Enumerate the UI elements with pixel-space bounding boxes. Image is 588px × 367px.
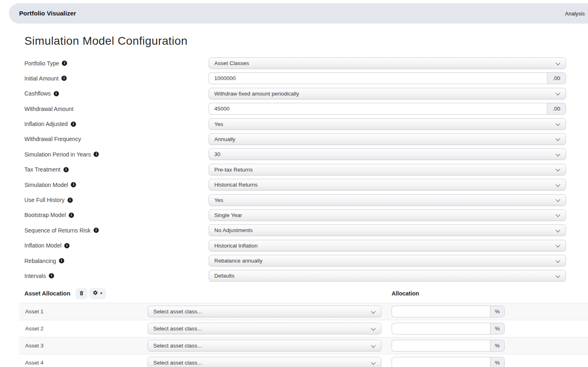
label-text: Intervals bbox=[24, 273, 46, 279]
asset-label: Asset 3 bbox=[19, 343, 148, 349]
sequence-of-returns-risk-select[interactable]: No Adjustments bbox=[209, 224, 566, 236]
field-label: Use Full History i bbox=[24, 197, 209, 203]
select-value: Pre-tax Returns bbox=[214, 167, 253, 173]
asset-label: Asset 4 bbox=[19, 360, 148, 366]
inflation-model-select[interactable]: Historical Inflation bbox=[209, 240, 566, 252]
asset-class-select-4[interactable]: Select asset class... bbox=[148, 357, 381, 367]
rebalancing-select[interactable]: Rebalance annually bbox=[209, 255, 566, 267]
form-row-initial-amount: Initial Amount i .00 bbox=[24, 72, 566, 84]
info-icon[interactable]: i bbox=[59, 258, 64, 263]
select-value: Historical Returns bbox=[214, 182, 258, 188]
info-icon[interactable]: i bbox=[64, 243, 70, 248]
field-label: Inflation Model i bbox=[24, 242, 209, 249]
select-value: Rebalance annually bbox=[214, 258, 263, 264]
allocation-column-header: Allocation bbox=[392, 290, 419, 297]
chevron-down-icon bbox=[555, 91, 560, 96]
navbar: Portfolio Visualizer Analysis bbox=[9, 3, 588, 24]
allocation-input-4[interactable] bbox=[392, 357, 490, 367]
asset-label: Asset 1 bbox=[19, 308, 148, 315]
chevron-down-icon bbox=[555, 152, 560, 157]
field-label: Bootstrap Model i bbox=[24, 212, 209, 218]
asset-class-select-3[interactable]: Select asset class... bbox=[148, 340, 381, 352]
percent-suffix: % bbox=[490, 306, 505, 317]
info-icon[interactable]: i bbox=[94, 152, 99, 157]
decimal-suffix: .00 bbox=[547, 72, 566, 84]
form-row-withdrawal-frequency: Withdrawal Frequency Annually bbox=[24, 133, 566, 145]
main-content: Simulation Model Configuration Portfolio… bbox=[0, 24, 588, 367]
withdrawal-amount-input[interactable] bbox=[209, 103, 547, 115]
chevron-down-icon bbox=[555, 61, 560, 66]
chevron-down-icon bbox=[371, 309, 376, 314]
info-icon[interactable]: i bbox=[62, 61, 67, 66]
chevron-down-icon bbox=[371, 326, 376, 331]
intervals-select[interactable]: Defaults bbox=[209, 270, 566, 282]
form-row-sequence-of-returns-risk: Sequence of Returns Risk i No Adjustment… bbox=[24, 224, 566, 236]
label-text: Rebalancing bbox=[24, 258, 56, 264]
info-icon[interactable]: i bbox=[69, 213, 74, 218]
inflation-adjusted-select[interactable]: Yes bbox=[209, 118, 566, 130]
form-row-rebalancing: Rebalancing i Rebalance annually bbox=[24, 255, 566, 267]
asset-class-select-1[interactable]: Select asset class... bbox=[148, 306, 381, 317]
select-placeholder: Select asset class... bbox=[153, 343, 202, 349]
clear-assets-button[interactable] bbox=[76, 288, 87, 299]
cashflows-select[interactable]: Withdraw fixed amount periodically bbox=[209, 88, 566, 100]
asset-allocation-table: Asset 1 Select asset class... % Asset 2 … bbox=[19, 303, 588, 367]
brand-link[interactable]: Portfolio Visualizer bbox=[19, 10, 76, 17]
info-icon[interactable]: i bbox=[49, 273, 54, 278]
select-value: Defaults bbox=[214, 273, 235, 279]
use-full-history-select[interactable]: Yes bbox=[209, 194, 566, 206]
field-label: Simulation Model i bbox=[24, 182, 209, 188]
chevron-down-icon bbox=[555, 198, 560, 202]
label-text: Inflation Model bbox=[24, 242, 61, 249]
form-row-bootstrap-model: Bootstrap Model i Single Year bbox=[24, 209, 566, 221]
asset-class-select-2[interactable]: Select asset class... bbox=[148, 323, 381, 334]
field-label: Portfolio Type i bbox=[24, 60, 209, 67]
select-placeholder: Select asset class... bbox=[153, 326, 202, 332]
info-icon[interactable]: i bbox=[94, 228, 99, 233]
simulation-period-select[interactable]: 30 bbox=[209, 148, 566, 160]
info-icon[interactable]: i bbox=[68, 198, 73, 203]
label-text: Initial Amount bbox=[24, 75, 59, 82]
info-icon[interactable]: i bbox=[71, 122, 76, 127]
label-text: Withdrawal Amount bbox=[24, 106, 74, 112]
field-label: Cashflows i bbox=[24, 90, 209, 97]
form-row-tax-treatment: Tax Treatment i Pre-tax Returns bbox=[24, 164, 566, 176]
label-text: Portfolio Type bbox=[24, 60, 59, 67]
select-placeholder: Select asset class... bbox=[153, 360, 202, 366]
asset-allocation-header: Asset Allocation Allocation bbox=[24, 288, 588, 299]
label-text: Simulation Model bbox=[24, 182, 68, 188]
percent-suffix: % bbox=[490, 357, 505, 367]
initial-amount-input[interactable] bbox=[209, 72, 547, 84]
simulation-model-select[interactable]: Historical Returns bbox=[209, 179, 566, 191]
form-row-simulation-model: Simulation Model i Historical Returns bbox=[24, 179, 566, 191]
nav-link-analysis[interactable]: Analysis bbox=[565, 9, 585, 18]
asset-row-4: Asset 4 Select asset class... % bbox=[19, 354, 588, 367]
select-value: Yes bbox=[214, 121, 223, 127]
tax-treatment-select[interactable]: Pre-tax Returns bbox=[209, 164, 566, 176]
info-icon[interactable]: i bbox=[54, 91, 59, 96]
info-icon[interactable]: i bbox=[71, 182, 76, 187]
label-text: Withdrawal Frequency bbox=[24, 136, 81, 142]
page-title: Simulation Model Configuration bbox=[24, 35, 566, 48]
withdrawal-frequency-select[interactable]: Annually bbox=[209, 133, 566, 145]
portfolio-type-select[interactable]: Asset Classes bbox=[209, 57, 566, 69]
select-value: Historical Inflation bbox=[214, 243, 258, 249]
form-row-withdrawal-amount: Withdrawal Amount .00 bbox=[24, 103, 566, 115]
select-value: Yes bbox=[214, 197, 223, 203]
chevron-down-icon bbox=[555, 182, 560, 187]
chevron-down-icon bbox=[555, 137, 560, 141]
caret-down-icon bbox=[100, 293, 102, 294]
asset-row-3: Asset 3 Select asset class... % bbox=[19, 337, 588, 354]
allocation-input-1[interactable] bbox=[392, 306, 490, 317]
form-row-cashflows: Cashflows i Withdraw fixed amount period… bbox=[24, 88, 566, 100]
form-row-intervals: Intervals i Defaults bbox=[24, 270, 566, 282]
allocation-input-3[interactable] bbox=[392, 340, 490, 352]
info-icon[interactable]: i bbox=[63, 167, 69, 172]
info-icon[interactable]: i bbox=[61, 76, 67, 81]
bootstrap-model-select[interactable]: Single Year bbox=[209, 209, 566, 221]
allocation-input-2[interactable] bbox=[392, 323, 490, 334]
asset-options-button[interactable] bbox=[89, 288, 106, 299]
chevron-down-icon bbox=[555, 213, 560, 217]
asset-label: Asset 2 bbox=[19, 326, 148, 332]
select-value: Withdraw fixed amount periodically bbox=[214, 91, 299, 97]
